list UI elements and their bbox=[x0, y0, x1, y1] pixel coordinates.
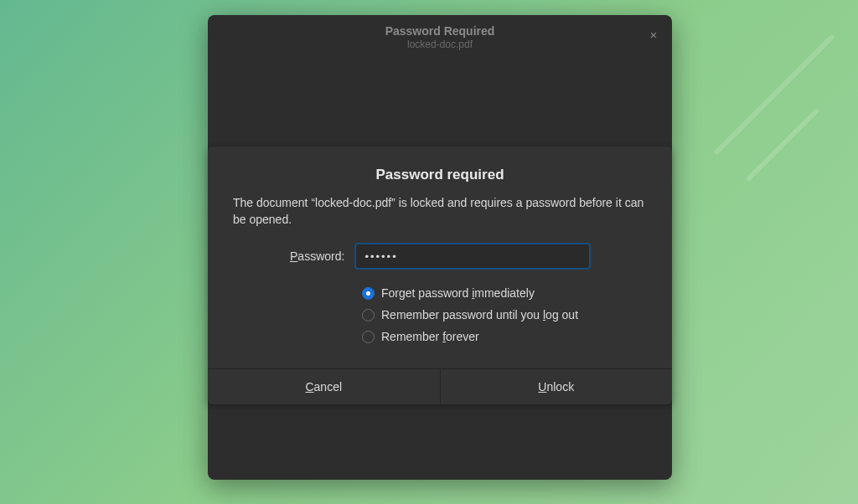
cancel-button[interactable]: Cancel bbox=[208, 369, 441, 404]
dialog-body: Password required The document “locked-d… bbox=[208, 147, 672, 368]
window-title: Password Required bbox=[385, 24, 495, 38]
window-subtitle: locked-doc.pdf bbox=[385, 39, 495, 50]
radio-remember-forever[interactable]: Remember forever bbox=[362, 330, 647, 343]
password-label: Password: bbox=[290, 249, 344, 263]
radio-icon bbox=[362, 287, 375, 300]
radio-label: Remember password until you log out bbox=[381, 308, 578, 321]
radio-label: Forget password immediately bbox=[381, 286, 535, 300]
unlock-button[interactable]: Unlock bbox=[441, 369, 673, 404]
password-input[interactable] bbox=[354, 243, 591, 270]
background-decoration bbox=[649, 25, 858, 276]
radio-label: Remember forever bbox=[381, 330, 479, 343]
dialog-title: Password required bbox=[233, 167, 647, 183]
password-row: Password: bbox=[233, 243, 647, 270]
radio-icon bbox=[362, 309, 375, 321]
dialog-description: The document “locked-doc.pdf” is locked … bbox=[233, 195, 647, 228]
dialog-footer: Cancel Unlock bbox=[208, 368, 672, 404]
password-dialog-window: Password Required locked-doc.pdf × Passw… bbox=[208, 15, 672, 480]
close-icon[interactable]: × bbox=[645, 27, 662, 44]
remember-radio-group: Forget password immediately Remember pas… bbox=[233, 286, 647, 343]
radio-icon bbox=[362, 331, 375, 343]
radio-remember-session[interactable]: Remember password until you log out bbox=[362, 308, 647, 321]
titlebar-text: Password Required locked-doc.pdf bbox=[385, 24, 495, 50]
titlebar: Password Required locked-doc.pdf × bbox=[208, 15, 672, 54]
password-prompt: Password required The document “locked-d… bbox=[208, 147, 672, 404]
radio-forget-immediately[interactable]: Forget password immediately bbox=[362, 286, 647, 300]
